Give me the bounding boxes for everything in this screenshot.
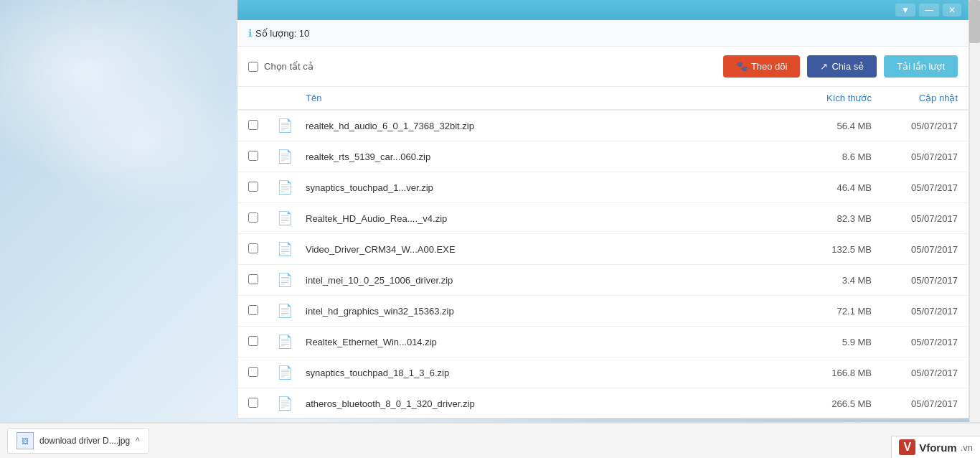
table-row: 📄 Realtek_Ethernet_Win...014.zip 5.9 MB … — [237, 327, 969, 357]
row-checkbox-cell — [248, 212, 277, 225]
row-checkbox-cell — [248, 336, 277, 348]
row-checkbox-cell — [248, 274, 277, 286]
vforum-tld: .vn — [961, 442, 973, 453]
download-item: 🖼 download driver D....jpg ^ — [7, 428, 149, 454]
file-icon: 📄 — [277, 179, 306, 195]
file-date: 05/07/2017 — [872, 275, 958, 286]
file-icon: 📄 — [277, 334, 306, 350]
theo-doi-button[interactable]: 🐾 Theo dõi — [723, 55, 801, 78]
file-icon: 📄 — [277, 396, 306, 411]
file-date: 05/07/2017 — [872, 368, 958, 378]
chevron-up-icon[interactable]: ^ — [136, 436, 140, 446]
file-name: Realtek_Ethernet_Win...014.zip — [306, 337, 771, 347]
row-checkbox-cell — [248, 120, 277, 132]
file-icon: 📄 — [277, 118, 306, 134]
table-header: Tên Kích thước Cập nhật — [237, 87, 969, 111]
file-date: 05/07/2017 — [872, 244, 958, 255]
count-bar: ℹ Số lượng: 10 — [237, 20, 969, 47]
select-all-container: Chọn tất cả — [248, 61, 716, 72]
count-label: Số lượng: 10 — [255, 28, 309, 39]
file-name: realtek_rts_5139_car...060.zip — [306, 151, 771, 162]
file-name: Video_Driver_CRM34_W...A00.EXE — [306, 244, 771, 255]
vforum-logo: V Vforum .vn — [891, 436, 980, 458]
table-row: 📄 Video_Driver_CRM34_W...A00.EXE 132.5 M… — [237, 234, 969, 265]
file-date: 05/07/2017 — [872, 121, 958, 131]
chia-se-button[interactable]: ↗ Chia sẻ — [807, 55, 877, 78]
file-date: 05/07/2017 — [872, 337, 958, 347]
file-icon: 📄 — [277, 149, 306, 164]
table-row: 📄 realtek_hd_audio_6_0_1_7368_32bit.zip … — [237, 111, 969, 141]
file-icon: 📄 — [277, 272, 306, 288]
row-checkbox-cell — [248, 151, 277, 163]
minimize-btn[interactable]: ▼ — [895, 4, 915, 17]
table-row: 📄 atheros_bluetooth_8_0_1_320_driver.zip… — [237, 388, 969, 419]
select-all-checkbox[interactable] — [248, 62, 258, 72]
download-filename: download driver D....jpg — [39, 436, 130, 446]
file-name: realtek_hd_audio_6_0_1_7368_32bit.zip — [306, 121, 771, 131]
download-thumbnail: 🖼 — [17, 432, 34, 449]
row-checkbox-8[interactable] — [248, 367, 258, 377]
file-size: 132.5 MB — [771, 244, 872, 255]
file-date: 05/07/2017 — [872, 306, 958, 317]
file-icon: 📄 — [277, 210, 306, 226]
tai-lan-luot-label: Tải lần lượt — [897, 61, 945, 72]
v-icon: V — [899, 439, 915, 455]
collapse-btn[interactable]: — — [919, 4, 939, 17]
row-checkbox-7[interactable] — [248, 336, 258, 346]
table-row: 📄 intel_mei_10_0_25_1006_driver.zip 3.4 … — [237, 265, 969, 296]
scrollbar[interactable] — [969, 0, 980, 422]
file-name: Realtek_HD_Audio_Rea...._v4.zip — [306, 213, 771, 224]
col-icon-header — [277, 93, 306, 103]
file-size: 266.5 MB — [771, 398, 872, 409]
row-checkbox-0[interactable] — [248, 120, 258, 130]
col-checkbox-header — [248, 93, 277, 103]
row-checkbox-cell — [248, 305, 277, 317]
file-icon: 📄 — [277, 241, 306, 257]
tai-lan-luot-button[interactable]: Tải lần lượt — [884, 55, 958, 78]
file-date: 05/07/2017 — [872, 182, 958, 193]
table-row: 📄 synaptics_touchpad_18_1_3_6.zip 166.8 … — [237, 357, 969, 388]
row-checkbox-5[interactable] — [248, 274, 258, 284]
file-size: 8.6 MB — [771, 151, 872, 162]
row-checkbox-9[interactable] — [248, 398, 258, 408]
row-checkbox-cell — [248, 367, 277, 379]
row-checkbox-1[interactable] — [248, 151, 258, 161]
file-name: intel_hd_graphics_win32_15363.zip — [306, 306, 771, 317]
col-cap-nhat-header: Cập nhật — [872, 93, 958, 103]
theo-doi-icon: 🐾 — [736, 61, 748, 72]
chia-se-icon: ↗ — [820, 61, 828, 72]
table-row: 📄 Realtek_HD_Audio_Rea...._v4.zip 82.3 M… — [237, 203, 969, 234]
row-checkbox-2[interactable] — [248, 182, 258, 192]
col-ten-header: Tên — [306, 93, 771, 103]
file-size: 166.8 MB — [771, 368, 872, 378]
file-list: 📄 realtek_hd_audio_6_0_1_7368_32bit.zip … — [237, 111, 969, 419]
file-icon: 📄 — [277, 365, 306, 380]
file-date: 05/07/2017 — [872, 213, 958, 224]
row-checkbox-4[interactable] — [248, 243, 258, 253]
file-name: synaptics_touchpad_1...ver.zip — [306, 182, 771, 193]
row-checkbox-cell — [248, 398, 277, 410]
file-icon: 📄 — [277, 303, 306, 319]
file-size: 46.4 MB — [771, 182, 872, 193]
row-checkbox-6[interactable] — [248, 305, 258, 315]
select-all-label: Chọn tất cả — [264, 61, 314, 72]
row-checkbox-cell — [248, 182, 277, 194]
download-bar: 🖼 download driver D....jpg ^ — [0, 422, 980, 458]
file-size: 72.1 MB — [771, 306, 872, 317]
row-checkbox-cell — [248, 243, 277, 256]
row-checkbox-3[interactable] — [248, 212, 258, 223]
table-row: 📄 synaptics_touchpad_1...ver.zip 46.4 MB… — [237, 172, 969, 203]
table-row: 📄 realtek_rts_5139_car...060.zip 8.6 MB … — [237, 141, 969, 172]
chia-se-label: Chia sẻ — [831, 61, 864, 72]
file-name: synaptics_touchpad_18_1_3_6.zip — [306, 368, 771, 378]
file-size: 56.4 MB — [771, 121, 872, 131]
file-size: 3.4 MB — [771, 275, 872, 286]
info-icon: ℹ — [248, 27, 252, 39]
close-btn[interactable]: ✕ — [943, 4, 961, 17]
file-date: 05/07/2017 — [872, 398, 958, 409]
theo-doi-label: Theo dõi — [751, 61, 788, 72]
col-kich-thuoc-header: Kích thước — [771, 93, 872, 103]
file-size: 82.3 MB — [771, 213, 872, 224]
scrollbar-thumb[interactable] — [969, 0, 980, 43]
main-panel: ▼ — ✕ ℹ Số lượng: 10 Chọn tất cả 🐾 Theo … — [237, 0, 969, 419]
